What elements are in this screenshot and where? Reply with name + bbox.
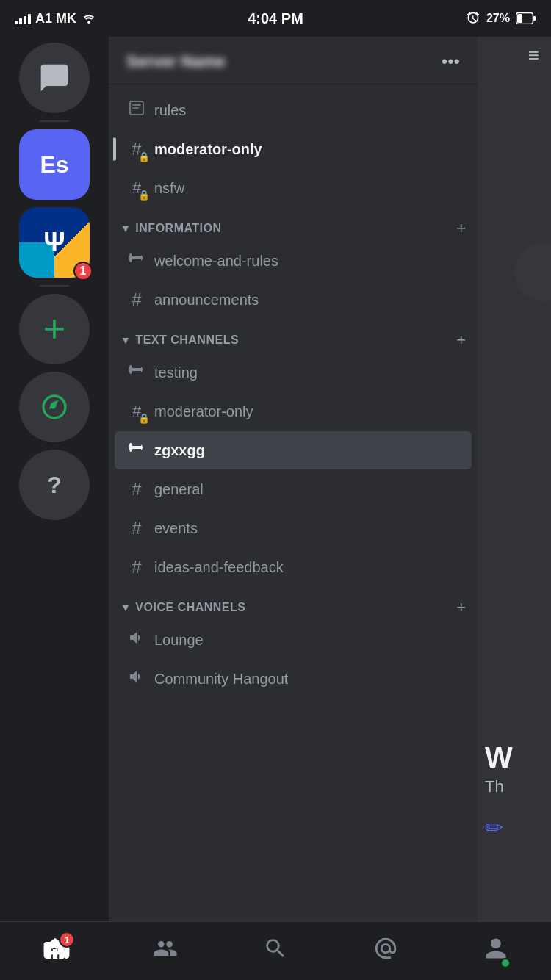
channel-item-welcome-and-rules[interactable]: welcome-and-rules [115,242,472,280]
server-icon-ps[interactable]: Ψ 1 [19,207,90,278]
channel-name-lounge: Lounge [154,632,460,649]
category-label-voice-channels: ▼ VOICE CHANNELS [120,601,245,614]
tab-item-friends[interactable] [153,936,178,966]
channel-name-rules: rules [154,102,460,119]
channel-name-moderator-only-top: moderator-only [154,141,460,158]
channel-item-rules[interactable]: rules [115,91,472,129]
carrier-text: A1 MK [35,11,76,26]
home-icon: 1 [43,936,68,966]
channel-item-announcements[interactable]: # announcements [115,281,472,319]
wifi-icon [81,12,97,24]
channel-icon-hash-general: # [126,479,147,500]
search-icon [263,936,288,966]
battery-icon [516,12,536,24]
category-name-text-channels: TEXT CHANNELS [135,334,239,347]
category-add-information[interactable]: + [456,219,466,238]
signal-bar-1 [15,21,18,24]
help-label: ? [47,472,62,499]
channel-item-lounge[interactable]: Lounge [115,621,472,659]
channel-item-events[interactable]: # events [115,509,472,547]
channel-icon-megaphone-zgxxgg [126,439,147,461]
panel-subheading: Th [485,777,504,796]
category-label-text-channels: ▼ TEXT CHANNELS [120,334,239,347]
server-icon-help[interactable]: ? [19,450,90,520]
channel-item-moderator-only-tc[interactable]: # 🔒 moderator-only [115,392,472,430]
panel-heading: W [485,741,513,774]
server-icon-discover[interactable] [19,372,90,442]
channel-icon-megaphone-testing [126,361,147,383]
status-left: A1 MK [15,11,97,26]
channel-item-ideas-and-feedback[interactable]: # ideas-and-feedback [115,548,472,586]
category-information: ▼ INFORMATION + welcome-and-rules # [109,213,478,319]
category-header-voice-channels[interactable]: ▼ VOICE CHANNELS + [109,592,478,620]
category-header-text-channels[interactable]: ▼ TEXT CHANNELS + [109,325,478,353]
svg-rect-3 [533,16,536,21]
channel-icon-hash-2: # [126,289,147,310]
more-options-button[interactable]: ••• [442,51,460,72]
channel-icon-image [126,99,147,121]
channel-icon-hash-events: # [126,518,147,538]
status-right: 27% [466,11,536,26]
category-name-information: INFORMATION [135,222,221,235]
channel-icon-hash-ideas: # [126,557,147,577]
ps-badge: 1 [73,262,93,281]
channel-icon-speaker-community [126,668,147,690]
home-badge: 1 [59,932,75,948]
channel-name-general: general [154,481,460,498]
channel-item-zgxxgg[interactable]: zgxxgg [115,431,472,469]
panel-pencil-icon: ✏ [485,815,503,840]
server-icon-dm[interactable] [19,43,90,113]
tab-item-search[interactable] [263,936,288,966]
channel-item-community-hangout[interactable]: Community Hangout [115,660,472,698]
server-header: Server Name ••• [109,37,478,84]
svg-point-0 [87,21,90,24]
channel-item-general[interactable]: # general [115,470,472,508]
server-divider-2 [40,285,69,287]
channel-name-ideas-and-feedback: ideas-and-feedback [154,559,460,576]
floating-circle [514,242,551,301]
status-time: 4:04 PM [248,10,303,27]
server-icon-es[interactable]: Es [19,129,90,200]
mentions-icon [373,936,398,966]
category-voice-channels: ▼ VOICE CHANNELS + Lounge [109,592,478,698]
tab-item-home[interactable]: 1 [43,936,68,966]
channel-icon-nsfw: # 🔒 [126,179,147,198]
chevron-icon-2: ▼ [120,334,131,346]
channel-item-nsfw[interactable]: # 🔒 nsfw [115,169,472,207]
channel-icon-hash-lock: # 🔒 [126,139,147,159]
channel-item-moderator-only-top[interactable]: # 🔒 moderator-only [115,130,472,168]
channel-name-events: events [154,520,460,537]
channel-name-zgxxgg: zgxxgg [154,442,460,459]
category-label-information: ▼ INFORMATION [120,222,222,235]
category-header-information[interactable]: ▼ INFORMATION + [109,213,478,241]
profile-icon [483,936,508,966]
channel-name-community-hangout: Community Hangout [154,671,460,688]
category-name-voice-channels: VOICE CHANNELS [135,601,245,614]
channel-icon-speaker-lounge [126,629,147,651]
server-icon-add[interactable] [19,294,90,364]
battery-text: 27% [486,12,510,25]
channel-name-welcome-and-rules: welcome-and-rules [154,253,460,270]
channel-name-moderator-only-tc: moderator-only [154,403,460,420]
signal-bar-4 [28,14,31,24]
alarm-icon [466,11,480,26]
channel-item-testing[interactable]: testing [115,353,472,392]
top-channels: rules # 🔒 moderator-only # 🔒 nsfw [109,84,478,207]
svg-rect-2 [517,14,522,23]
tab-bar: 1 [0,921,551,980]
category-add-voice-channels[interactable]: + [456,598,466,617]
channel-icon-hash-lock-2: # 🔒 [126,402,147,421]
channel-name-testing: testing [154,364,460,381]
channel-name-announcements: announcements [154,292,460,309]
category-add-text-channels[interactable]: + [456,331,466,350]
tab-item-profile[interactable] [483,936,508,966]
hamburger-icon[interactable]: ≡ [528,44,539,67]
signal-bar-3 [24,16,26,24]
tab-item-mentions[interactable] [373,936,398,966]
server-name: Server Name [126,52,226,71]
channel-list: Server Name ••• rules # 🔒 [109,37,478,921]
status-bar: A1 MK 4:04 PM 27% [0,0,551,37]
chevron-icon-3: ▼ [120,602,131,613]
category-text-channels: ▼ TEXT CHANNELS + testing # 🔒 [109,325,478,586]
signal-bar-2 [19,18,22,24]
